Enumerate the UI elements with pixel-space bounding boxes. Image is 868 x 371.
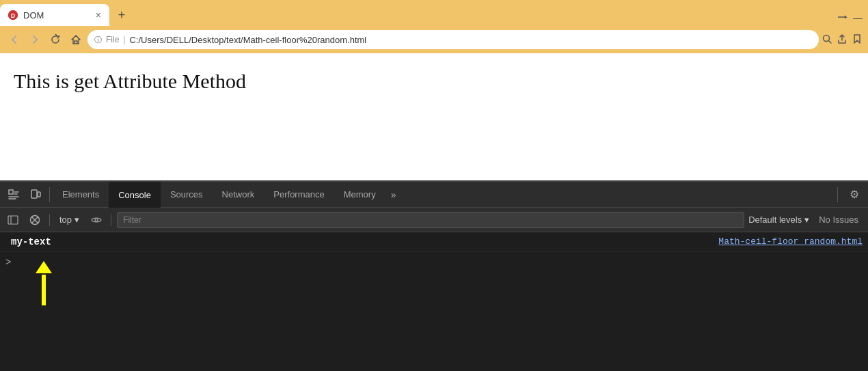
svg-rect-3 bbox=[9, 190, 13, 194]
bookmark-icon[interactable] bbox=[852, 33, 863, 46]
page-heading: This is get Attribute Method bbox=[14, 70, 854, 93]
console-log-row: my-text Math-ceil-floor random.html bbox=[0, 232, 868, 251]
toolbar-separator-2 bbox=[111, 214, 111, 226]
right-separator bbox=[837, 187, 838, 202]
console-log-source-link[interactable]: Math-ceil-floor random.html bbox=[718, 236, 863, 247]
tab-memory[interactable]: Memory bbox=[334, 182, 385, 208]
filter-input[interactable] bbox=[117, 212, 744, 228]
back-button[interactable] bbox=[5, 31, 23, 49]
frame-selector-label: top bbox=[59, 215, 72, 225]
settings-icon[interactable]: ⚙ bbox=[843, 184, 865, 206]
frame-selector-dropdown-icon: ▾ bbox=[74, 215, 79, 225]
svg-rect-5 bbox=[38, 192, 40, 197]
tab-favicon: D bbox=[8, 10, 18, 20]
file-protocol-label: File bbox=[106, 35, 119, 44]
issues-count: No Issues bbox=[813, 215, 864, 225]
tab-close-button[interactable]: × bbox=[96, 10, 101, 20]
log-levels-dropdown-icon: ▾ bbox=[804, 215, 809, 225]
tab-network[interactable]: Network bbox=[213, 182, 265, 208]
devtools-right-controls: ⚙ bbox=[835, 184, 865, 206]
arrow-stem bbox=[42, 275, 46, 305]
address-bar: ⓘ File | C:/Users/DELL/Desktop/text/Math… bbox=[0, 26, 868, 53]
sidebar-toggle-icon[interactable] bbox=[4, 211, 22, 229]
browser-chrome: D DOM × + — ⓘ File | bbox=[0, 0, 868, 53]
home-button[interactable] bbox=[67, 31, 85, 49]
device-toolbar-icon[interactable] bbox=[25, 184, 46, 206]
inspector-icon[interactable] bbox=[3, 184, 25, 206]
devtools-panel: Elements Console Sources Network Perform… bbox=[0, 180, 868, 371]
console-prompt-symbol: > bbox=[5, 257, 11, 268]
page-content: This is get Attribute Method bbox=[0, 53, 868, 180]
zoom-icon[interactable] bbox=[822, 33, 832, 46]
devtools-separator bbox=[49, 187, 50, 202]
eye-icon[interactable] bbox=[87, 211, 105, 229]
clear-console-icon[interactable] bbox=[26, 211, 44, 229]
toolbar-separator-1 bbox=[49, 214, 50, 226]
active-tab[interactable]: D DOM × bbox=[0, 4, 109, 26]
refresh-button[interactable] bbox=[46, 31, 64, 49]
svg-text:D: D bbox=[11, 12, 16, 19]
console-log-value: my-text bbox=[11, 236, 51, 247]
share-icon[interactable] bbox=[837, 33, 847, 46]
tab-elements[interactable]: Elements bbox=[53, 182, 109, 208]
yellow-arrow-annotation bbox=[36, 261, 52, 305]
console-output: my-text Math-ceil-floor random.html > bbox=[0, 232, 868, 371]
forward-button[interactable] bbox=[26, 31, 44, 49]
more-tabs-button[interactable]: » bbox=[385, 189, 402, 200]
window-controls: — bbox=[837, 12, 868, 26]
url-separator: | bbox=[123, 35, 125, 44]
arrow-head bbox=[36, 261, 52, 273]
new-tab-button[interactable]: + bbox=[112, 5, 131, 25]
minimize-button[interactable] bbox=[837, 12, 847, 23]
svg-point-8 bbox=[95, 219, 98, 221]
url-text: C:/Users/DELL/Desktop/text/Math-ceil-flo… bbox=[129, 35, 812, 45]
devtools-tab-bar: Elements Console Sources Network Perform… bbox=[0, 182, 868, 208]
close-window-button[interactable]: — bbox=[853, 12, 863, 23]
tab-title: DOM bbox=[23, 10, 90, 20]
svg-rect-4 bbox=[31, 190, 37, 198]
address-bar-actions bbox=[822, 33, 863, 46]
console-input-area: > bbox=[0, 251, 868, 306]
log-levels-label: Default levels bbox=[748, 215, 802, 225]
tab-performance[interactable]: Performance bbox=[264, 182, 334, 208]
tab-console[interactable]: Console bbox=[109, 182, 161, 208]
tab-bar: D DOM × + — bbox=[0, 0, 868, 26]
security-icon: ⓘ bbox=[94, 35, 102, 45]
log-levels-selector[interactable]: Default levels ▾ bbox=[748, 215, 809, 225]
svg-rect-6 bbox=[8, 216, 18, 224]
url-bar[interactable]: ⓘ File | C:/Users/DELL/Desktop/text/Math… bbox=[87, 30, 819, 49]
tab-sources[interactable]: Sources bbox=[161, 182, 213, 208]
frame-selector[interactable]: top ▾ bbox=[55, 213, 83, 226]
console-toolbar: top ▾ Default levels ▾ No Issues bbox=[0, 208, 868, 232]
